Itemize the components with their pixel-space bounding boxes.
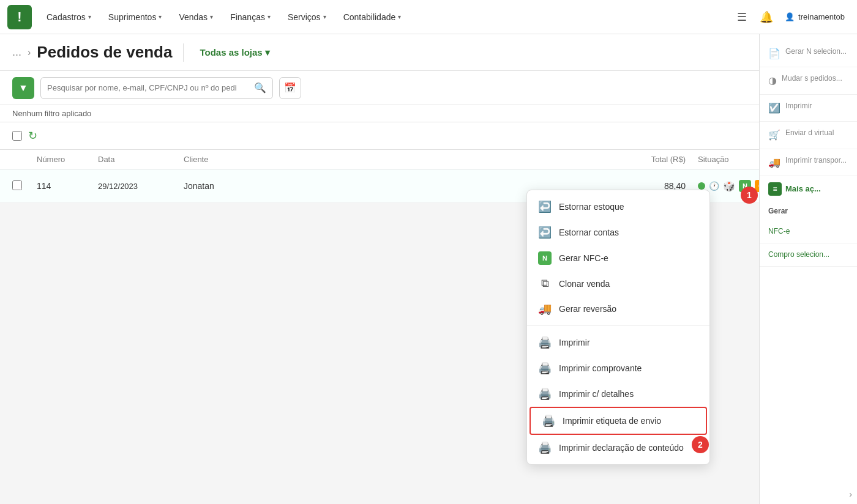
filter-notice: Nenhum filtro aplicado: [0, 105, 857, 122]
nav-servicos[interactable]: Serviços ▾: [280, 9, 334, 26]
sidebar-item-mudar-s[interactable]: ◑ Mudar s pedidos...: [760, 67, 857, 94]
notifications-icon[interactable]: 🔔: [755, 6, 777, 28]
nav-suprimentos[interactable]: Suprimentos ▾: [101, 9, 170, 26]
delivery-truck-icon: 🚚: [768, 156, 780, 169]
nav-contabilidade[interactable]: Contabilidade ▾: [336, 9, 409, 26]
toolbar: ▼ 🔍 📅 🖨️ 🗑️: [0, 71, 857, 105]
orders-table: Número Data Cliente Total (R$) Situação …: [0, 150, 857, 203]
search-icon[interactable]: 🔍: [254, 82, 266, 94]
menu-item-clonar[interactable]: ⧉ Clonar venda: [527, 271, 709, 296]
menu-item-reversao[interactable]: 🚚 Gerar reversão: [527, 296, 709, 322]
row-checkbox[interactable]: [12, 180, 22, 190]
chevron-down-icon: ▾: [159, 13, 162, 20]
search-input[interactable]: [47, 83, 250, 92]
print-icon: 🖨️: [538, 336, 552, 349]
annotation-2: 2: [692, 436, 709, 453]
print-etiqueta-icon: 🖨️: [542, 414, 555, 428]
menu-item-imprimir-detalhes[interactable]: 🖨️ Imprimir c/ detalhes: [527, 381, 709, 407]
sidebar-item-enviar[interactable]: 🛒 Enviar d virtual: [760, 122, 857, 149]
sidebar-gerar-section: Gerar: [760, 202, 857, 220]
print-comprovante-icon: 🖨️: [538, 361, 552, 375]
filter-icon: ▼: [18, 83, 28, 94]
half-circle-icon: ◑: [768, 74, 777, 87]
select-all-checkbox[interactable]: [12, 131, 22, 141]
user-menu[interactable]: 👤 treinamentob: [780, 10, 850, 24]
menu-item-estornar-estoque[interactable]: ↩️ Estornar estoque: [527, 194, 709, 220]
refresh-button[interactable]: ↻: [28, 129, 37, 143]
more-icon: ≡: [768, 182, 782, 196]
table-controls: ↻ ★ NOVO ☰ ⊞: [0, 122, 857, 150]
chevron-right-icon[interactable]: ›: [849, 489, 852, 499]
cube-icon: 🎲: [723, 180, 735, 192]
print-details-icon: 🖨️: [538, 387, 552, 401]
chevron-down-icon: ▾: [88, 13, 91, 20]
nav-financas[interactable]: Finanças ▾: [223, 9, 278, 26]
sidebar-more-button[interactable]: ≡ Mais aç...: [760, 176, 857, 202]
breadcrumb-arrow: ›: [28, 47, 31, 58]
page-header: ... › Pedidos de venda Todas as lojas ▾ …: [0, 34, 857, 71]
order-number[interactable]: 114: [37, 181, 98, 191]
chevron-down-icon: ▾: [265, 47, 270, 58]
user-icon: 👤: [785, 12, 795, 21]
clock-icon: 🕐: [709, 181, 719, 191]
reverse-stock-icon: ↩️: [538, 200, 552, 213]
menu-item-gerar-nfce[interactable]: N Gerar NFC-e: [527, 245, 709, 271]
annotation-1: 1: [741, 187, 758, 204]
truck-icon: 🚚: [538, 302, 552, 316]
doc-icon: 📄: [768, 47, 780, 61]
nav-cadastros[interactable]: Cadastros ▾: [39, 9, 99, 26]
sidebar-nfc-label[interactable]: NFC-e: [760, 220, 857, 243]
store-selector[interactable]: Todas as lojas ▾: [195, 45, 274, 61]
chevron-down-icon: ▾: [268, 13, 271, 20]
calendar-button[interactable]: 📅: [279, 77, 301, 99]
menu-item-imprimir-comprovante[interactable]: 🖨️ Imprimir comprovante: [527, 355, 709, 381]
right-sidebar: 📄 Gerar N selecion... ◑ Mudar s pedidos.…: [759, 34, 857, 504]
check-icon: ☑️: [768, 102, 780, 115]
calendar-icon: 📅: [284, 82, 296, 94]
filter-button[interactable]: ▼: [12, 77, 34, 99]
chevron-down-icon: ▾: [210, 13, 213, 20]
status-dot-icon: [698, 182, 705, 190]
tasks-icon[interactable]: ☰: [731, 6, 753, 28]
table-row: 114 29/12/2023 Jonatan 88,40 🕐 🎲 N C ⋮: [0, 169, 857, 203]
sidebar-item-imprimir[interactable]: ☑️ Imprimir: [760, 95, 857, 122]
reverse-accounts-icon: ↩️: [538, 226, 552, 239]
menu-item-imprimir-etiqueta[interactable]: 🖨️ Imprimir etiqueta de envio: [530, 407, 707, 435]
sidebar-compro-label[interactable]: Compro selecion...: [760, 243, 857, 267]
app-logo[interactable]: !: [7, 5, 32, 29]
menu-item-imprimir-declaracao[interactable]: 🖨️ Imprimir declaração de conteúdo: [527, 435, 709, 461]
table-header: Número Data Cliente Total (R$) Situação: [0, 150, 857, 169]
top-navigation: ! Cadastros ▾ Suprimentos ▾ Vendas ▾ Fin…: [0, 0, 857, 34]
menu-item-imprimir[interactable]: 🖨️ Imprimir: [527, 330, 709, 355]
cart-icon: 🛒: [768, 128, 780, 142]
context-menu: ↩️ Estornar estoque ↩️ Estornar contas N…: [526, 190, 710, 465]
chevron-down-icon: ▾: [323, 13, 326, 20]
chevron-down-icon: ▾: [398, 13, 401, 20]
order-date: 29/12/2023: [98, 182, 184, 191]
print-declaracao-icon: 🖨️: [538, 441, 552, 454]
sidebar-item-gerar-n[interactable]: 📄 Gerar N selecion...: [760, 40, 857, 67]
breadcrumb-dots[interactable]: ...: [12, 46, 21, 59]
menu-item-estornar-contas[interactable]: ↩️ Estornar contas: [527, 220, 709, 245]
page-title: Pedidos de venda: [37, 43, 172, 62]
sidebar-item-imprimir-transp[interactable]: 🚚 Imprimir transpor...: [760, 149, 857, 176]
clone-icon: ⧉: [538, 277, 552, 290]
menu-divider: [527, 325, 709, 326]
search-wrap: 🔍: [40, 77, 273, 99]
nav-vendas[interactable]: Vendas ▾: [171, 9, 220, 26]
nfc-icon: N: [538, 251, 552, 265]
